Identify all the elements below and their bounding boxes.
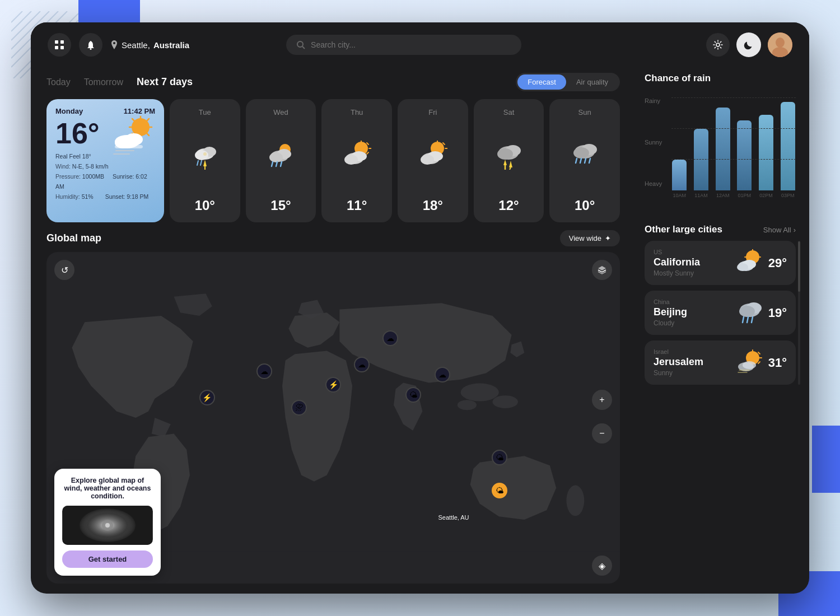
bar-03pm (781, 102, 795, 190)
map-marker-8[interactable]: ☁ (435, 367, 450, 382)
svg-rect-31 (115, 145, 143, 148)
svg-line-37 (197, 161, 198, 165)
grid-line-2 (671, 128, 796, 129)
user-avatar[interactable] (768, 32, 792, 57)
seattle-marker[interactable]: 🌤 (492, 483, 507, 498)
svg-rect-10 (55, 46, 58, 49)
svg-point-81 (458, 400, 477, 410)
main-day-time: 11:42 PM (124, 107, 155, 115)
svg-line-70 (510, 167, 511, 170)
tab-navigation: Today Tomorrow Next 7 days Forecast Air … (46, 73, 620, 91)
svg-point-80 (492, 395, 518, 408)
svg-point-94 (737, 263, 748, 271)
get-started-button[interactable]: Get started (62, 550, 153, 568)
scrollbar-track (798, 241, 800, 385)
forecast-toggle-btn[interactable]: Forecast (517, 74, 566, 90)
day-card-tue[interactable]: Tue (170, 99, 240, 222)
location-display: Seattle, Australia (110, 40, 189, 50)
location-country: Australia (153, 40, 189, 50)
y-label-heavy: Heavy (645, 180, 662, 187)
svg-line-74 (576, 158, 577, 163)
header-right (706, 32, 792, 57)
map-marker-6[interactable]: ☁ (382, 330, 398, 346)
y-label-rainy: Rainy (645, 97, 662, 104)
tab-next7days[interactable]: Next 7 days (137, 74, 193, 90)
grid-line-3 (671, 159, 796, 160)
bar-col-03pm: 03PM (780, 102, 796, 198)
map-back-button[interactable]: ↺ (54, 260, 74, 280)
day-card-thu[interactable]: Thu (321, 99, 392, 222)
city-card-jerusalem[interactable]: Israel Jerusalem Sunny (645, 340, 796, 385)
notification-button[interactable] (79, 33, 102, 57)
blue-accent-top (78, 0, 140, 22)
map-marker-5[interactable]: ☁ (354, 357, 370, 372)
real-feel-label: Real Feel (55, 153, 82, 160)
city-country-california: US (654, 249, 731, 255)
map-popup-text: Explore global map of wind, weather and … (62, 477, 153, 500)
left-panel: Today Tomorrow Next 7 days Forecast Air … (31, 67, 636, 594)
tab-tomorrow[interactable]: Tomorrow (84, 75, 123, 90)
city-card-beijing[interactable]: China Beijing Cloudy (645, 291, 796, 335)
view-wide-button[interactable]: View wide ✦ (560, 230, 620, 246)
weather-icon-sun (570, 141, 599, 174)
global-map-title: Global map (46, 232, 101, 244)
map-marker-1[interactable]: ⚡ (199, 390, 215, 405)
map-marker-3[interactable]: ⛈ (291, 400, 307, 416)
main-day-weather-icon (111, 116, 156, 162)
rain-section-title: Chance of rain (645, 73, 796, 84)
day-card-sat[interactable]: Sat 12° (474, 99, 544, 222)
cities-section: Other large cities Show All › (645, 224, 796, 385)
bar-col-11am: 11AM (693, 129, 710, 198)
city-temp-jerusalem: 31° (768, 356, 787, 370)
svg-point-17 (776, 38, 785, 48)
app-container: Seattle, Australia (31, 22, 809, 594)
sunset-label: Sunset: (105, 193, 127, 200)
bar-01pm (737, 120, 752, 190)
day-card-sun[interactable]: Sun 10° (549, 99, 620, 222)
map-marker-7[interactable]: 🌤 (405, 387, 421, 403)
map-marker-9[interactable]: 🌤 (492, 450, 507, 465)
svg-point-86 (105, 523, 110, 528)
settings-button[interactable] (706, 33, 730, 57)
svg-line-60 (443, 143, 445, 144)
search-bar[interactable] (286, 35, 521, 55)
temp-fri: 18° (423, 198, 443, 213)
theme-toggle-button[interactable] (736, 32, 761, 57)
rain-section: Chance of rain Rainy Sunny Heavy (645, 73, 796, 215)
day-name-wed: Wed (273, 108, 288, 116)
main-day-card: Monday 11:42 PM 16° (46, 99, 164, 222)
weather-icon-thu (342, 141, 371, 174)
map-compass-button[interactable]: ◈ (592, 556, 612, 576)
temp-sun: 10° (575, 198, 595, 213)
city-condition-california: Mostly Sunny (654, 269, 731, 277)
svg-point-36 (195, 150, 208, 160)
city-info-beijing: China Beijing Cloudy (654, 298, 731, 327)
svg-line-77 (589, 158, 590, 163)
temp-sat: 12° (498, 198, 519, 213)
pressure-label: Pressure: (55, 173, 82, 180)
air-quality-toggle-btn[interactable]: Air quality (566, 74, 618, 90)
tab-today[interactable]: Today (46, 75, 71, 90)
svg-line-52 (367, 143, 368, 144)
svg-point-41 (203, 152, 207, 156)
map-zoom-in-button[interactable]: + (592, 390, 612, 410)
day-card-wed[interactable]: Wed 15° (246, 99, 316, 222)
show-all-button[interactable]: Show All › (763, 226, 796, 234)
map-zoom-out-button[interactable]: − (592, 423, 612, 444)
svg-point-45 (269, 152, 283, 162)
grid-button[interactable] (48, 33, 71, 57)
city-temp-beijing: 19° (768, 306, 787, 320)
header-left: Seattle, Australia (48, 33, 189, 57)
svg-point-15 (716, 43, 720, 46)
svg-line-26 (147, 119, 149, 121)
map-layers-button[interactable] (592, 260, 612, 280)
bar-02pm (759, 115, 773, 190)
humidity-label: Humidity: (55, 193, 82, 200)
day-card-fri[interactable]: Fri (398, 99, 468, 222)
map-marker-2[interactable]: ☁ (256, 363, 272, 379)
map-marker-4[interactable]: ⚡ (325, 377, 341, 393)
city-card-california[interactable]: US California Mostly Sunny (645, 241, 796, 285)
map-section-header: Global map View wide ✦ (46, 230, 620, 246)
bar-label-02pm: 02PM (759, 193, 773, 198)
search-input[interactable] (311, 40, 511, 49)
